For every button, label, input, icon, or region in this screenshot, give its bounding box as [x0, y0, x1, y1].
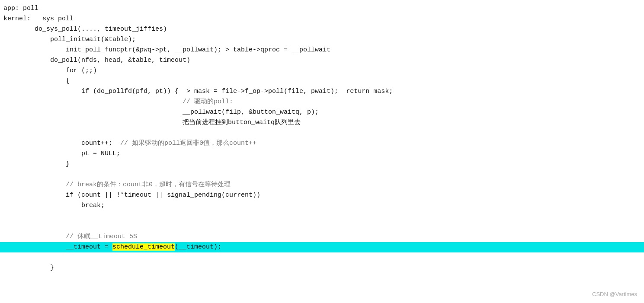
code-line: break; — [0, 201, 644, 211]
code-line — [0, 128, 644, 138]
code-line: poll_initwait(&table); — [0, 35, 644, 45]
comment-text: // 如果驱动的poll返回非0值，那么count++ — [120, 140, 256, 147]
code-container: app: pollkernel: sys_poll do_sys_poll(..… — [0, 0, 644, 303]
code-line: count++; // 如果驱动的poll返回非0值，那么count++ — [0, 138, 644, 149]
code-text: if (do_pollfd(pfd, pt)) { > mask = file-… — [3, 86, 644, 96]
code-text: // 驱动的poll: — [3, 97, 644, 107]
code-line — [0, 211, 644, 221]
comment-text: // 驱动的poll: — [183, 98, 233, 105]
code-line: } — [0, 263, 644, 273]
code-text: do_poll(nfds, head, &table, timeout) — [3, 55, 644, 65]
code-line: // break的条件：count非0，超时，有信号在等待处理 — [0, 180, 644, 190]
code-text: __timeout = schedule_timeout(__timeout); — [3, 242, 644, 252]
code-line: do_poll(nfds, head, &table, timeout) — [0, 55, 644, 66]
code-text: kernel: sys_poll — [3, 14, 644, 24]
code-line: __timeout = schedule_timeout(__timeout); — [0, 242, 644, 252]
code-text: // break的条件：count非0，超时，有信号在等待处理 — [3, 180, 644, 190]
code-line — [0, 252, 644, 263]
code-text: init_poll_funcptr(&pwq->pt, __pollwait);… — [3, 45, 644, 55]
code-text: } — [3, 159, 644, 169]
code-text: for (;;) — [3, 66, 644, 76]
code-text: break; — [3, 201, 644, 211]
code-line: kernel: sys_poll — [0, 14, 644, 24]
code-line: // 驱动的poll: — [0, 97, 644, 107]
code-line: if (do_pollfd(pfd, pt)) { > mask = file-… — [0, 86, 644, 97]
code-text: // 休眠__timeout 5S — [3, 232, 644, 242]
code-text: count++; // 如果驱动的poll返回非0值，那么count++ — [3, 138, 644, 148]
code-text: } — [3, 263, 644, 273]
watermark: CSDN @Vartimes — [592, 290, 637, 299]
code-text: do_sys_poll(...., timeout_jiffies) — [3, 24, 644, 34]
code-line: if (count || !*timeout || signal_pending… — [0, 190, 644, 201]
code-line — [0, 221, 644, 232]
code-text: if (count || !*timeout || signal_pending… — [3, 190, 644, 200]
code-line: // 休眠__timeout 5S — [0, 232, 644, 242]
code-text: poll_initwait(&table); — [3, 35, 644, 45]
code-text: pt = NULL; — [3, 149, 644, 159]
code-text: { — [3, 76, 644, 86]
code-line: 把当前进程挂到button_waitq队列里去 — [0, 118, 644, 128]
code-line: } — [0, 159, 644, 169]
code-line: app: poll — [0, 3, 644, 14]
highlighted-word: schedule_timeout — [112, 243, 175, 251]
code-text: 把当前进程挂到button_waitq队列里去 — [3, 118, 644, 128]
code-line: pt = NULL; — [0, 149, 644, 159]
code-text: __pollwait(filp, &button_waitq, p); — [3, 107, 644, 117]
comment-text: // 休眠__timeout 5S — [66, 233, 137, 240]
code-line: __pollwait(filp, &button_waitq, p); — [0, 107, 644, 118]
code-line: for (;;) — [0, 66, 644, 76]
code-line: { — [0, 76, 644, 86]
code-text: app: poll — [3, 3, 644, 13]
code-line — [0, 169, 644, 180]
code-line: do_sys_poll(...., timeout_jiffies) — [0, 24, 644, 35]
comment-text: // break的条件：count非0，超时，有信号在等待处理 — [66, 181, 231, 188]
code-line: init_poll_funcptr(&pwq->pt, __pollwait);… — [0, 45, 644, 55]
